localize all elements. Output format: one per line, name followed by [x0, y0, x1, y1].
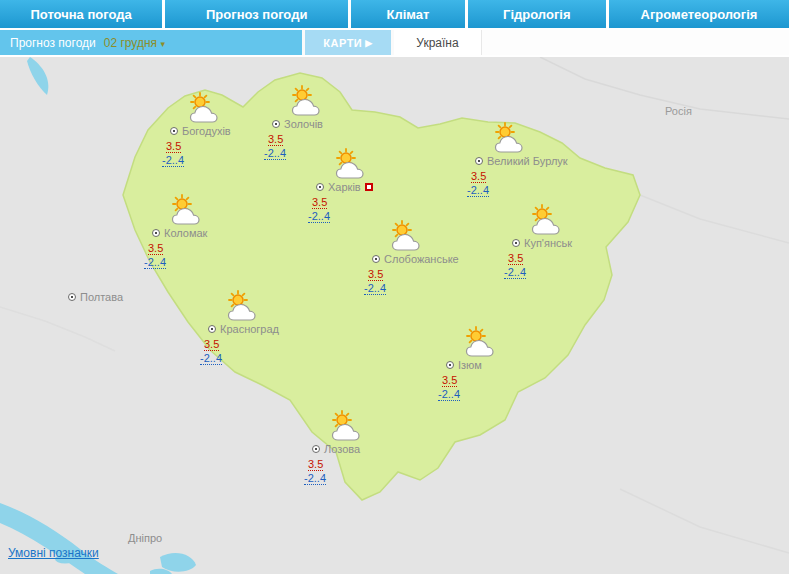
- reference-city-name: Полтава: [80, 291, 123, 303]
- weather-station: Слобожанське 3.5 -2..4: [362, 220, 512, 294]
- city-marker-icon: [316, 183, 324, 191]
- nav-item-hydrology[interactable]: Гідрологія: [468, 0, 606, 28]
- date-dropdown[interactable]: 02 грудня ▾: [104, 36, 165, 50]
- weather-station: Великий Бурлук 3.5 -2..4: [465, 122, 615, 196]
- city-marker-icon: [208, 325, 216, 333]
- stations-layer: Богодухів 3.5 -2..4: [0, 57, 789, 574]
- partly-cloudy-icon: [528, 204, 652, 238]
- date-label: 02 грудня: [104, 36, 157, 50]
- maps-tab-label: КАРТИ: [323, 37, 362, 49]
- temp-max-link[interactable]: 3.5: [442, 374, 457, 387]
- legend-link[interactable]: Умовні позначки: [8, 546, 99, 560]
- nav-item-climate[interactable]: Клімат: [351, 0, 464, 28]
- station-city-name[interactable]: Богодухів: [182, 125, 231, 137]
- city-marker-icon: [312, 445, 320, 453]
- city-marker-icon: [152, 229, 160, 237]
- partly-cloudy-icon: [388, 220, 512, 254]
- temp-max-link[interactable]: 3.5: [471, 170, 486, 183]
- partly-cloudy-icon: [332, 148, 456, 182]
- temp-range-link[interactable]: -2..4: [200, 352, 222, 365]
- station-city-name[interactable]: Куп'янськ: [524, 237, 572, 249]
- station-city-name[interactable]: Слобожанське: [384, 253, 459, 265]
- tab-maps[interactable]: КАРТИ ▶: [305, 30, 391, 55]
- tab-ukraine[interactable]: Україна: [394, 30, 482, 55]
- partly-cloudy-icon: [462, 326, 586, 360]
- station-city-name[interactable]: Харків: [328, 181, 361, 193]
- country-label-russia: Росія: [665, 105, 692, 117]
- subnav-spacer: [482, 30, 789, 55]
- temp-range-link[interactable]: -2..4: [467, 184, 489, 197]
- temp-max-link[interactable]: 3.5: [148, 242, 163, 255]
- section-title: Прогноз погоди: [10, 36, 96, 50]
- temp-max-link[interactable]: 3.5: [308, 458, 323, 471]
- temp-max-link[interactable]: 3.5: [204, 338, 219, 351]
- station-city-name[interactable]: Коломак: [164, 227, 207, 239]
- temp-max-link[interactable]: 3.5: [368, 268, 383, 281]
- reference-city: Дніпро: [128, 532, 162, 544]
- partly-cloudy-icon: [224, 290, 348, 324]
- weather-station: Ізюм 3.5 -2..4: [436, 326, 586, 400]
- main-navigation: Поточна погода Прогноз погоди Клімат Гід…: [0, 0, 789, 28]
- reference-city-name: Дніпро: [128, 532, 162, 544]
- temp-max-link[interactable]: 3.5: [268, 133, 283, 146]
- partly-cloudy-icon: [328, 410, 452, 444]
- partly-cloudy-icon: [288, 85, 412, 119]
- weather-station: Лозова 3.5 -2..4: [302, 410, 452, 484]
- forecast-section-bar: Прогноз погоди 02 грудня ▾: [0, 30, 302, 55]
- weather-station: Куп'янськ 3.5 -2..4: [502, 204, 652, 278]
- app-window: Поточна погода Прогноз погоди Клімат Гід…: [0, 0, 789, 574]
- chevron-right-icon: ▶: [365, 38, 372, 48]
- temp-range-link[interactable]: -2..4: [308, 210, 330, 223]
- chevron-down-icon: ▾: [160, 39, 165, 49]
- temp-range-link[interactable]: -2..4: [264, 147, 286, 160]
- city-marker-icon: [68, 293, 76, 301]
- nav-item-agrometeorology[interactable]: Агрометеорологія: [609, 0, 789, 28]
- station-city-name[interactable]: Великий Бурлук: [487, 155, 568, 167]
- weather-map: Богодухів 3.5 -2..4: [0, 57, 789, 574]
- temp-range-link[interactable]: -2..4: [162, 154, 184, 167]
- capital-marker-icon: [365, 183, 373, 191]
- temp-max-link[interactable]: 3.5: [312, 196, 327, 209]
- city-marker-icon: [512, 239, 520, 247]
- station-city-name[interactable]: Золочів: [284, 118, 323, 130]
- nav-item-current-weather[interactable]: Поточна погода: [0, 0, 162, 28]
- temp-range-link[interactable]: -2..4: [144, 256, 166, 269]
- reference-city: Полтава: [68, 291, 123, 303]
- city-marker-icon: [272, 120, 280, 128]
- station-city-name[interactable]: Лозова: [324, 443, 360, 455]
- sub-navigation: Прогноз погоди 02 грудня ▾ КАРТИ ▶ Украї…: [0, 30, 789, 55]
- partly-cloudy-icon: [168, 194, 292, 228]
- city-marker-icon: [446, 361, 454, 369]
- temp-range-link[interactable]: -2..4: [364, 282, 386, 295]
- weather-station: Коломак 3.5 -2..4: [142, 194, 292, 268]
- station-city-name[interactable]: Красноград: [220, 323, 279, 335]
- weather-station: Красноград 3.5 -2..4: [198, 290, 348, 364]
- city-marker-icon: [475, 157, 483, 165]
- temp-range-link[interactable]: -2..4: [438, 388, 460, 401]
- city-marker-icon: [372, 255, 380, 263]
- temp-range-link[interactable]: -2..4: [304, 472, 326, 485]
- weather-station: Харків 3.5 -2..4: [306, 148, 456, 222]
- temp-max-link[interactable]: 3.5: [166, 140, 181, 153]
- station-city-name[interactable]: Ізюм: [458, 359, 482, 371]
- nav-item-forecast[interactable]: Прогноз погоди: [165, 0, 348, 28]
- city-marker-icon: [170, 127, 178, 135]
- partly-cloudy-icon: [491, 122, 615, 156]
